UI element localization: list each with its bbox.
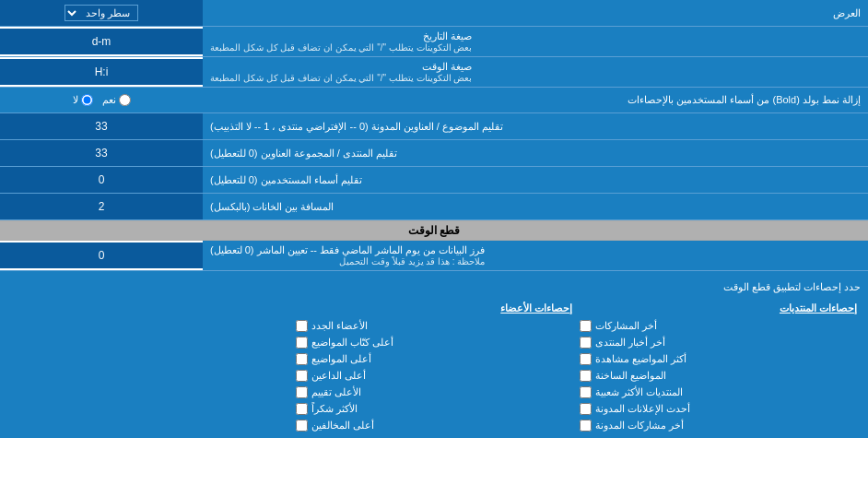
col2-check-1[interactable] — [296, 337, 308, 349]
date-format-input[interactable] — [6, 35, 197, 48]
col1-header: إحصاءات المنتديات — [576, 301, 861, 316]
username-trim-label: تقليم أسماء المستخدمين (0 للتعطيل) — [203, 167, 868, 193]
col2: إحصاءات الأعضاء الأعضاء الجدد أعلى كتّاب… — [292, 301, 577, 432]
list-item: أعلى المخالفين — [292, 419, 577, 432]
col1-check-1[interactable] — [580, 337, 592, 349]
col1-check-5[interactable] — [580, 403, 592, 415]
time-format-row: صيغة الوقت بعض التكوينات يتطلب "/" التي … — [0, 57, 868, 88]
time-format-input-box[interactable] — [0, 59, 203, 85]
forum-order-row: تقليم المنتدى / المجموعة العناوين (0 للت… — [0, 140, 868, 167]
topic-order-row: تقليم الموضوع / العناوين المدونة (0 -- ا… — [0, 113, 868, 140]
spacing-label: المسافة بين الخانات (بالبكسل) — [203, 194, 868, 219]
col1: إحصاءات المنتديات أخر المشاركات أخر أخبا… — [576, 301, 861, 432]
col2-header: إحصاءات الأعضاء — [292, 301, 577, 316]
cutoff-label: فرز البيانات من يوم الماشر الماضي فقط --… — [203, 241, 868, 270]
date-format-label: صيغة التاريخ بعض التكوينات يتطلب "/" الت… — [203, 27, 868, 56]
top-row: العرض سطر واحد سطران ثلاثة أسطر — [0, 0, 868, 27]
bold-no-radio[interactable] — [81, 94, 93, 106]
bold-yes-label[interactable]: نعم — [102, 94, 131, 106]
time-format-label: صيغة الوقت بعض التكوينات يتطلب "/" التي … — [203, 57, 868, 87]
cutoff-header: قطع الوقت — [0, 220, 868, 241]
username-trim-row: تقليم أسماء المستخدمين (0 للتعطيل) — [0, 167, 868, 194]
bold-no-label[interactable]: لا — [73, 94, 93, 106]
bold-options: نعم لا — [0, 92, 203, 108]
bold-yes-radio[interactable] — [119, 94, 131, 106]
topic-order-input[interactable] — [6, 120, 197, 133]
forum-order-input[interactable] — [6, 147, 197, 160]
list-item: أخر المشاركات — [576, 319, 861, 333]
col1-check-6[interactable] — [580, 420, 592, 432]
list-item: أعلى كتّاب المواضيع — [292, 336, 577, 349]
list-item: أعلى المواضيع — [292, 352, 577, 366]
list-item: أحدث الإعلانات المدونة — [576, 402, 861, 416]
stats-header: حدد إحصاءات لتطبيق قطع الوقت — [7, 277, 861, 297]
page-title: العرض — [203, 4, 868, 23]
spacing-row: المسافة بين الخانات (بالبكسل) — [0, 194, 868, 220]
list-item: المواضيع الساخنة — [576, 369, 861, 383]
col3-spacer — [7, 301, 292, 432]
cutoff-input-box[interactable] — [0, 243, 203, 268]
topic-order-input-box[interactable] — [0, 113, 203, 139]
forum-order-input-box[interactable] — [0, 140, 203, 166]
list-item: الأكثر شكراً — [292, 402, 577, 416]
username-trim-input-box[interactable] — [0, 167, 203, 193]
bold-row: إزالة نمط بولد (Bold) من أسماء المستخدمي… — [0, 88, 868, 113]
col1-check-2[interactable] — [580, 353, 592, 365]
list-item: أعلى الداعين — [292, 369, 577, 383]
forum-order-label: تقليم المنتدى / المجموعة العناوين (0 للت… — [203, 140, 868, 166]
cutoff-row: فرز البيانات من يوم الماشر الماضي فقط --… — [0, 241, 868, 271]
col1-check-4[interactable] — [580, 386, 592, 398]
list-item: المنتديات الأكثر شعبية — [576, 385, 861, 399]
col1-check-0[interactable] — [580, 320, 592, 332]
spacing-input-box[interactable] — [0, 194, 203, 219]
list-item: الأعضاء الجدد — [292, 319, 577, 333]
list-item: الأعلى تقييم — [292, 385, 577, 399]
col1-check-3[interactable] — [580, 370, 592, 382]
col2-check-3[interactable] — [296, 370, 308, 382]
list-item: أخر أخبار المنتدى — [576, 336, 861, 349]
display-select-box[interactable]: سطر واحد سطران ثلاثة أسطر — [0, 0, 203, 26]
time-format-input[interactable] — [6, 65, 197, 78]
bold-label: إزالة نمط بولد (Bold) من أسماء المستخدمي… — [203, 90, 868, 110]
stats-apply-label: حدد إحصاءات لتطبيق قطع الوقت — [7, 281, 861, 293]
stats-section: حدد إحصاءات لتطبيق قطع الوقت إحصاءات الم… — [0, 271, 868, 438]
cutoff-input[interactable] — [6, 249, 197, 262]
list-item: أخر مشاركات المدونة — [576, 419, 861, 432]
spacing-input[interactable] — [6, 200, 197, 213]
username-trim-input[interactable] — [6, 173, 197, 186]
col2-check-5[interactable] — [296, 403, 308, 415]
topic-order-label: تقليم الموضوع / العناوين المدونة (0 -- ا… — [203, 113, 868, 139]
date-format-input-box[interactable] — [0, 29, 203, 54]
checkbox-columns: إحصاءات المنتديات أخر المشاركات أخر أخبا… — [7, 301, 861, 432]
col2-check-6[interactable] — [296, 420, 308, 432]
date-format-row: صيغة التاريخ بعض التكوينات يتطلب "/" الت… — [0, 27, 868, 57]
col2-check-0[interactable] — [296, 320, 308, 332]
display-select[interactable]: سطر واحد سطران ثلاثة أسطر — [65, 5, 138, 21]
list-item: أكثر المواضيع مشاهدة — [576, 352, 861, 366]
col2-check-4[interactable] — [296, 386, 308, 398]
col2-check-2[interactable] — [296, 353, 308, 365]
